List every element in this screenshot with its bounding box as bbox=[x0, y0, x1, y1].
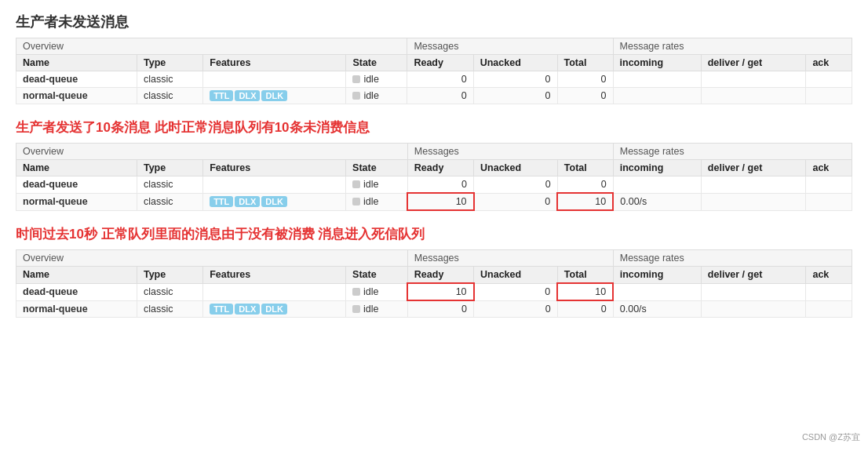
cell-state-1-0: idle bbox=[346, 176, 408, 194]
col-header-0-7: incoming bbox=[613, 55, 701, 71]
cell-type-0-0: classic bbox=[137, 71, 203, 88]
col-header-2-3: State bbox=[346, 267, 408, 284]
cell-unacked-2-1: 0 bbox=[474, 300, 558, 318]
col-header-2-9: ack bbox=[806, 267, 852, 284]
watermark: CSDN @Z苏宜 bbox=[802, 431, 860, 443]
col-header-1-8: deliver / get bbox=[701, 160, 806, 176]
group-header-row-1: OverviewMessagesMessage rates bbox=[16, 144, 852, 160]
section-title-0: 生产者未发送消息 bbox=[16, 13, 852, 31]
feature-tag-TTL: TTL bbox=[210, 196, 233, 207]
cell-incoming-0-0 bbox=[613, 71, 701, 88]
queue-table-2: OverviewMessagesMessage ratesNameTypeFea… bbox=[16, 249, 852, 318]
cell-ack-0-1 bbox=[806, 88, 852, 104]
col-header-1-5: Unacked bbox=[474, 160, 558, 176]
cell-state-2-1: idle bbox=[346, 300, 408, 318]
cell-features-2-1: TTLDLXDLK bbox=[203, 300, 346, 318]
cell-ready-1-0: 0 bbox=[407, 176, 473, 194]
cell-state-0-1: idle bbox=[346, 88, 407, 104]
col-header-0-9: ack bbox=[806, 55, 852, 71]
cell-ack-1-1 bbox=[806, 193, 852, 210]
cell-features-2-0 bbox=[203, 283, 346, 300]
queue-table-1: OverviewMessagesMessage ratesNameTypeFea… bbox=[16, 143, 852, 211]
cell-ready-1-1: 10 bbox=[407, 193, 473, 210]
cell-total-0-0: 0 bbox=[557, 71, 613, 88]
group-header-1-2: Message rates bbox=[613, 144, 852, 160]
group-header-0-1: Messages bbox=[407, 38, 613, 55]
cell-total-2-1: 0 bbox=[557, 300, 613, 318]
group-header-2-2: Message rates bbox=[613, 250, 852, 267]
cell-incoming-2-0 bbox=[613, 283, 701, 300]
table-row: normal-queueclassicTTLDLXDLKidle100100.0… bbox=[16, 193, 852, 210]
table-row: dead-queueclassicidle10010 bbox=[16, 283, 852, 300]
col-header-0-2: Features bbox=[203, 55, 346, 71]
state-label: idle bbox=[363, 90, 378, 101]
col-header-row-0: NameTypeFeaturesStateReadyUnackedTotalin… bbox=[16, 55, 852, 71]
col-header-0-6: Total bbox=[557, 55, 613, 71]
state-dot bbox=[352, 180, 360, 188]
feature-tag-DLK: DLK bbox=[261, 304, 287, 315]
cell-features-0-0 bbox=[203, 71, 346, 88]
cell-incoming-2-1: 0.00/s bbox=[613, 300, 701, 318]
cell-total-2-0: 10 bbox=[557, 283, 613, 300]
table-row: dead-queueclassicidle000 bbox=[16, 176, 852, 194]
state-dot bbox=[352, 75, 360, 83]
col-header-2-5: Unacked bbox=[474, 267, 558, 284]
feature-tag-DLK: DLK bbox=[261, 196, 287, 207]
cell-ready-2-0: 10 bbox=[407, 283, 473, 300]
cell-name-2-1: normal-queue bbox=[16, 300, 137, 318]
cell-ready-0-0: 0 bbox=[407, 71, 473, 88]
section-block-0: 生产者未发送消息OverviewMessagesMessage ratesNam… bbox=[16, 13, 852, 104]
col-header-1-6: Total bbox=[557, 160, 613, 176]
col-header-0-8: deliver / get bbox=[701, 55, 806, 71]
cell-unacked-1-0: 0 bbox=[474, 176, 558, 194]
table-row: dead-queueclassicidle000 bbox=[16, 71, 852, 88]
cell-type-2-1: classic bbox=[137, 300, 202, 318]
group-header-1-0: Overview bbox=[16, 144, 408, 160]
col-header-0-4: Ready bbox=[407, 55, 473, 71]
cell-unacked-1-1: 0 bbox=[474, 193, 558, 210]
col-header-1-7: incoming bbox=[613, 160, 701, 176]
feature-tag-TTL: TTL bbox=[210, 90, 233, 101]
state-label: idle bbox=[363, 304, 378, 315]
group-header-2-1: Messages bbox=[407, 250, 613, 267]
cell-ack-2-1 bbox=[806, 300, 852, 318]
cell-deliver-2-0 bbox=[701, 283, 806, 300]
state-label: idle bbox=[363, 196, 378, 207]
cell-deliver-1-0 bbox=[701, 176, 806, 194]
cell-name-0-0: dead-queue bbox=[16, 71, 137, 88]
col-header-2-2: Features bbox=[203, 267, 346, 284]
group-header-1-1: Messages bbox=[407, 144, 613, 160]
state-dot bbox=[352, 92, 360, 100]
col-header-2-6: Total bbox=[557, 267, 613, 284]
col-header-1-4: Ready bbox=[407, 160, 473, 176]
queue-table-0: OverviewMessagesMessage ratesNameTypeFea… bbox=[16, 38, 852, 104]
col-header-1-3: State bbox=[346, 160, 408, 176]
group-header-2-0: Overview bbox=[16, 250, 408, 267]
cell-deliver-0-1 bbox=[701, 88, 806, 104]
cell-total-1-0: 0 bbox=[557, 176, 613, 194]
feature-tag-TTL: TTL bbox=[210, 304, 233, 315]
cell-ready-2-1: 0 bbox=[407, 300, 473, 318]
state-label: idle bbox=[363, 286, 378, 297]
col-header-0-1: Type bbox=[137, 55, 203, 71]
group-header-row-0: OverviewMessagesMessage rates bbox=[16, 38, 852, 55]
feature-tag-DLK: DLK bbox=[261, 90, 287, 101]
cell-name-1-0: dead-queue bbox=[16, 176, 137, 194]
col-header-0-5: Unacked bbox=[473, 55, 557, 71]
section-title-1: 生产者发送了10条消息 此时正常消息队列有10条未消费信息 bbox=[16, 118, 852, 136]
cell-incoming-1-1: 0.00/s bbox=[613, 193, 701, 210]
cell-unacked-0-1: 0 bbox=[473, 88, 557, 104]
section-block-2: 时间过去10秒 正常队列里面的消息由于没有被消费 消息进入死信队列Overvie… bbox=[16, 225, 852, 318]
cell-total-1-1: 10 bbox=[557, 193, 613, 210]
group-header-row-2: OverviewMessagesMessage rates bbox=[16, 250, 852, 267]
state-label: idle bbox=[363, 74, 378, 85]
cell-type-1-1: classic bbox=[137, 193, 202, 210]
section-block-1: 生产者发送了10条消息 此时正常消息队列有10条未消费信息OverviewMes… bbox=[16, 118, 852, 211]
cell-incoming-0-1 bbox=[613, 88, 701, 104]
state-label: idle bbox=[363, 179, 378, 190]
col-header-1-1: Type bbox=[137, 160, 202, 176]
cell-unacked-0-0: 0 bbox=[473, 71, 557, 88]
cell-name-1-1: normal-queue bbox=[16, 193, 137, 210]
col-header-1-2: Features bbox=[203, 160, 346, 176]
cell-ack-2-0 bbox=[806, 283, 852, 300]
